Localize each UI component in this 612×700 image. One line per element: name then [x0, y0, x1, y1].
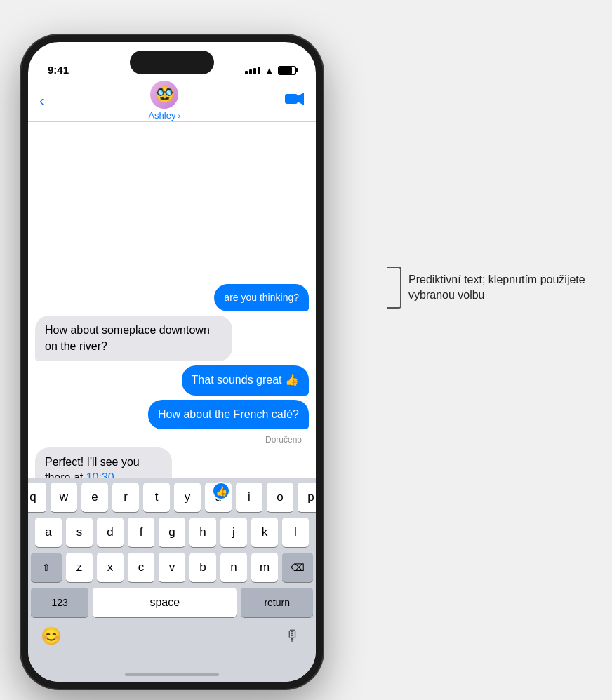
- keyboard-bottom-bar: 😊 🎙: [28, 617, 316, 651]
- annotation: Prediktivní text; klepnutím použijete vy…: [387, 267, 591, 309]
- annotation-bracket: [387, 267, 401, 309]
- space-key[interactable]: space: [93, 588, 237, 617]
- table-row: are you thinking?: [35, 284, 309, 312]
- svg-marker-1: [298, 93, 304, 105]
- microphone-button[interactable]: 🎙: [278, 621, 307, 651]
- reaction-badge: 👍: [212, 482, 230, 500]
- key-o[interactable]: o: [267, 483, 293, 512]
- key-c[interactable]: c: [128, 553, 154, 582]
- emoji-button[interactable]: 😊: [36, 621, 66, 651]
- key-f[interactable]: f: [128, 518, 154, 547]
- contact-header[interactable]: 🥸 Ashley ›: [148, 81, 180, 121]
- delivery-status: Doručeno: [35, 435, 309, 445]
- shift-key[interactable]: ⇧: [31, 553, 62, 582]
- status-time: 9:41: [48, 64, 69, 76]
- key-l[interactable]: l: [282, 518, 309, 547]
- key-j[interactable]: j: [220, 518, 247, 547]
- key-p[interactable]: p: [298, 483, 323, 512]
- return-key[interactable]: return: [241, 588, 313, 617]
- key-q[interactable]: q: [21, 483, 46, 512]
- phone-device: 9:41 ▲ ‹ 🥸: [21, 35, 323, 689]
- delete-key[interactable]: ⌫: [282, 553, 313, 582]
- table-row: How about someplace downtown on the rive…: [35, 316, 309, 361]
- annotation-text: Prediktivní text; klepnutím použijete vy…: [408, 272, 591, 304]
- status-icons: ▲: [245, 65, 296, 76]
- key-rows: q w e r t y u i o p a s d f g: [28, 478, 316, 617]
- wifi-icon: ▲: [265, 65, 274, 76]
- navigation-bar: ‹ 🥸 Ashley ›: [28, 80, 316, 122]
- key-x[interactable]: x: [97, 553, 124, 582]
- keyboard-row-2: a s d f g h j k l: [31, 518, 313, 547]
- key-a[interactable]: a: [35, 518, 62, 547]
- key-y[interactable]: y: [174, 483, 201, 512]
- video-call-button[interactable]: [285, 92, 305, 109]
- dynamic-island: [130, 51, 214, 74]
- key-t[interactable]: t: [143, 483, 170, 512]
- key-d[interactable]: d: [97, 518, 124, 547]
- key-m[interactable]: m: [251, 553, 278, 582]
- svg-rect-0: [285, 94, 298, 104]
- contact-name: Ashley ›: [148, 110, 180, 121]
- key-i[interactable]: i: [236, 483, 262, 512]
- key-g[interactable]: g: [159, 518, 185, 547]
- avatar: 🥸: [150, 81, 178, 109]
- keyboard: q w e r t y u i o p a s d f g: [28, 478, 316, 682]
- table-row: How about the French café?: [35, 400, 309, 429]
- phone-screen: 9:41 ▲ ‹ 🥸: [21, 35, 323, 689]
- battery-icon: [278, 66, 296, 75]
- keyboard-row-4: 123 space return: [31, 588, 313, 617]
- key-z[interactable]: z: [66, 553, 93, 582]
- key-s[interactable]: s: [66, 518, 93, 547]
- key-b[interactable]: b: [189, 553, 216, 582]
- incoming-message: How about someplace downtown on the rive…: [35, 316, 232, 361]
- outgoing-message: That sounds great 👍: [182, 365, 309, 395]
- signal-icon: [245, 67, 260, 74]
- key-v[interactable]: v: [159, 553, 185, 582]
- table-row: That sounds great 👍: [35, 365, 309, 395]
- key-n[interactable]: n: [220, 553, 247, 582]
- home-indicator: [125, 673, 219, 676]
- key-e[interactable]: e: [81, 483, 108, 512]
- keyboard-row-1: q w e r t y u i o p: [31, 483, 313, 512]
- outgoing-message: are you thinking?: [214, 284, 309, 312]
- key-w[interactable]: w: [51, 483, 77, 512]
- keyboard-row-3: ⇧ z x c v b n m ⌫: [31, 553, 313, 582]
- numbers-key[interactable]: 123: [31, 588, 88, 617]
- back-button[interactable]: ‹: [39, 93, 44, 109]
- key-h[interactable]: h: [189, 518, 216, 547]
- outgoing-message: How about the French café?: [148, 400, 309, 429]
- key-r[interactable]: r: [112, 483, 139, 512]
- key-k[interactable]: k: [251, 518, 278, 547]
